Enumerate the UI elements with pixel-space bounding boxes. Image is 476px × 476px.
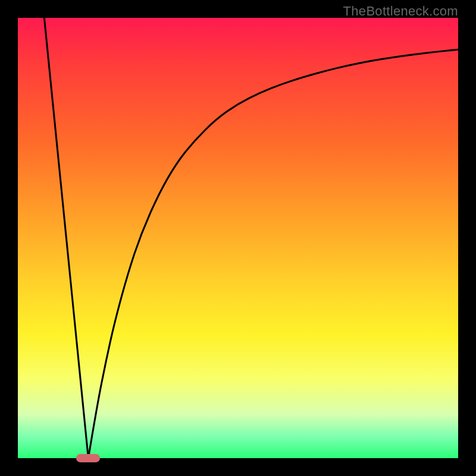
bottleneck-marker [76,454,100,462]
chart-frame: TheBottleneck.com [0,0,476,476]
watermark-text: TheBottleneck.com [343,4,458,19]
chart-curves [18,18,458,458]
curve-left-branch [44,18,88,458]
plot-area [18,18,458,458]
curve-right-branch [88,49,458,458]
